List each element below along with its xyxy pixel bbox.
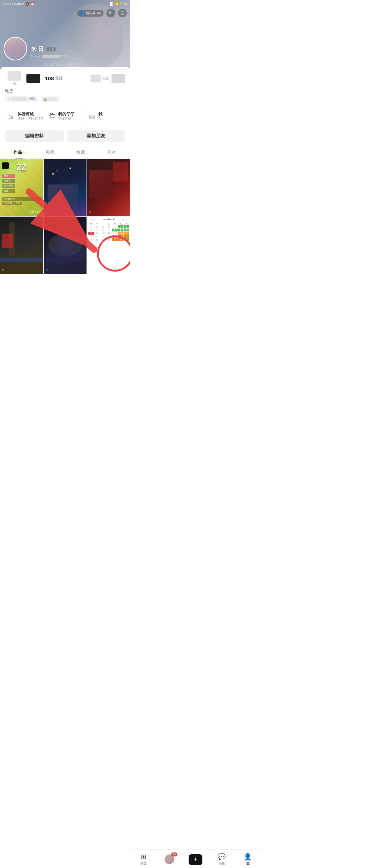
tab-collection[interactable]: 收藏 [65, 146, 96, 158]
follow-label: 关注 [55, 76, 63, 81]
friends-subtitle: 朋友广场 [58, 117, 74, 121]
cell-number: 22 [17, 162, 26, 172]
more-action[interactable]: 📖 我 仅... [85, 109, 125, 124]
gender-badge: ♀ ▼ [46, 47, 56, 51]
sparkle-4 [52, 173, 54, 175]
tag-classic: 日经典影视 [2, 197, 42, 201]
profile-info: 来 日 ♀ ▼ 抖音号: 6 器 [0, 37, 130, 60]
battery-icon: 🔋 [119, 2, 123, 6]
search-button[interactable]: 🔍 [106, 9, 115, 17]
broadcast-text: 直播了1期 [29, 210, 41, 214]
grid-cell-1[interactable]: 22 爱情 电影# 事业单位 故事 日经典影视 日的情境 篮话 直播了1期 [0, 159, 43, 216]
friends-action[interactable]: 伫 我的仔仔 朋友广场 [45, 109, 85, 124]
tab-private-label: 私密 [46, 149, 54, 156]
speed-value: 5.2M/s [14, 2, 25, 6]
visitors-count: 46 [97, 11, 101, 15]
home-tag: 🏠 [41, 97, 59, 102]
tags-row: ♀ · 铜仁 🏠 [5, 96, 125, 102]
play-icon-4: ▷ [2, 268, 5, 272]
fans-section: 粉丝 [91, 75, 109, 82]
time-display: 10:22 [3, 2, 11, 6]
visitors-badge[interactable]: 👥 新访客 46 [77, 10, 104, 17]
calendar-mini: < 上一月 2022年12月 下一月 > 日 一 二 三 四 五 六 [87, 217, 130, 274]
tag-film: 电影# [2, 179, 15, 183]
tag-story: 故事 [2, 189, 15, 193]
more-text: 我 仅... [98, 111, 104, 121]
tag-talk: 篮话 [14, 202, 22, 205]
status-left: 10:22 | 5.2M/s 🔕 ⏰ [3, 2, 34, 6]
ground-gradient [0, 251, 43, 274]
bio-area: 吃货 ♀ · 铜仁 🏠 [0, 88, 130, 106]
shop-icon: 🛒 [7, 112, 16, 121]
add-friend-button[interactable]: 添加朋友 [67, 130, 125, 142]
follow-section: 108 关注 [43, 75, 91, 81]
sparkle-2 [70, 167, 71, 169]
age-indicator: ▼ [51, 48, 54, 51]
stat-grey-box [112, 74, 125, 83]
location-label: 铜仁 [29, 97, 36, 101]
signal-icon: ▐▌ [109, 2, 114, 6]
more-subtitle: 仅... [98, 117, 104, 121]
shop-text: 抖音商城 美好生活触手可得 [18, 111, 43, 121]
tab-arrow-icon: ▾ [23, 151, 25, 154]
grid-cell-6[interactable]: < 上一月 2022年12月 下一月 > 日 一 二 三 四 五 六 [87, 217, 130, 274]
accent-block [113, 162, 129, 182]
cal-header: < 上一月 2022年12月 下一月 > [88, 218, 129, 221]
fans-label: 粉丝 [102, 76, 109, 81]
bottom-nav-spacer [0, 274, 130, 293]
visitors-label: 新访客 [86, 11, 96, 16]
stats-row: 送 108 关注 粉丝 [0, 67, 130, 88]
grid-cell-4[interactable]: ▷ [0, 217, 43, 274]
cell-1-bg: 22 爱情 电影# 事业单位 故事 日经典影视 日的情境 篮话 直播了1期 [0, 159, 43, 216]
menu-button[interactable]: ☰ [118, 9, 127, 17]
stat-dark [24, 74, 43, 83]
green-tags: 爱情 电影# 事业单位 故事 [2, 174, 15, 193]
actions-row: 🛒 抖音商城 美好生活触手可得 伫 我的仔仔 朋友广场 📖 我 仅... [0, 106, 130, 127]
cell-2-bg: ▷ [44, 159, 87, 216]
cell-5-bg: ▷ [44, 217, 87, 274]
cal-prev: < 上一月 [88, 218, 97, 221]
blurred-tag [11, 97, 27, 101]
edit-profile-button[interactable]: 编辑资料 [5, 130, 64, 142]
status-right: ▐▌ 📶 🔋 90 [109, 2, 127, 6]
grid-cell-3[interactable]: ▷ [87, 159, 130, 216]
tab-private[interactable]: 私密 [34, 146, 65, 158]
tab-works-label: 作品 [13, 149, 22, 156]
play-icon-3: ▷ [89, 210, 92, 214]
shop-title: 抖音商城 [18, 111, 43, 117]
more-title: 我 [98, 111, 104, 117]
tab-likes[interactable]: 喜欢 [96, 146, 127, 158]
gender-location-tag: ♀ · 铜仁 [5, 96, 38, 102]
shop-subtitle: 美好生活触手可得 [18, 117, 43, 121]
stat-blurred-1: 送 [5, 71, 24, 85]
hero-nav: 👥 新访客 46 🔍 ☰ [0, 9, 130, 17]
home-icon: 🏠 [43, 97, 47, 101]
content-blur [48, 184, 78, 207]
more-icon: 📖 [88, 112, 96, 121]
status-bar: 10:22 | 5.2M/s 🔕 ⏰ ▐▌ 📶 🔋 90 [0, 0, 130, 8]
gender-icon: ♀ [48, 48, 50, 51]
friends-text: 我的仔仔 朋友广场 [58, 111, 74, 121]
stat-box-grey [8, 71, 21, 81]
red-element [2, 234, 13, 248]
tag-love: 爱情 [2, 174, 15, 178]
battery-value: 90 [124, 2, 127, 6]
avatar-image [4, 38, 26, 60]
visitors-icon: 👥 [80, 11, 84, 15]
dot-separator: · [28, 97, 29, 101]
cell-4-bg: ▷ [0, 217, 43, 274]
stat-grey [112, 74, 125, 83]
tab-works[interactable]: 作品 ▾ [4, 146, 34, 158]
grid-cell-5[interactable]: ▷ [44, 217, 87, 274]
wifi-icon: 📶 [114, 2, 118, 6]
avatar[interactable] [4, 37, 27, 60]
tag-context: 日的情境 [2, 202, 14, 205]
grid-cell-2[interactable]: ▷ [44, 159, 87, 216]
bottom-fade [46, 245, 85, 262]
shop-action[interactable]: 🛒 抖音商城 美好生活触手可得 [5, 109, 45, 124]
bio-text: 吃货 [5, 88, 125, 94]
tag-event: 事业单位 [2, 184, 15, 188]
btn-row: 编辑资料 添加朋友 [0, 127, 130, 146]
tabs-row: 作品 ▾ 私密 收藏 喜欢 [0, 146, 130, 159]
video-grid: 22 爱情 电影# 事业单位 故事 日经典影视 日的情境 篮话 直播了1期 [0, 159, 130, 274]
